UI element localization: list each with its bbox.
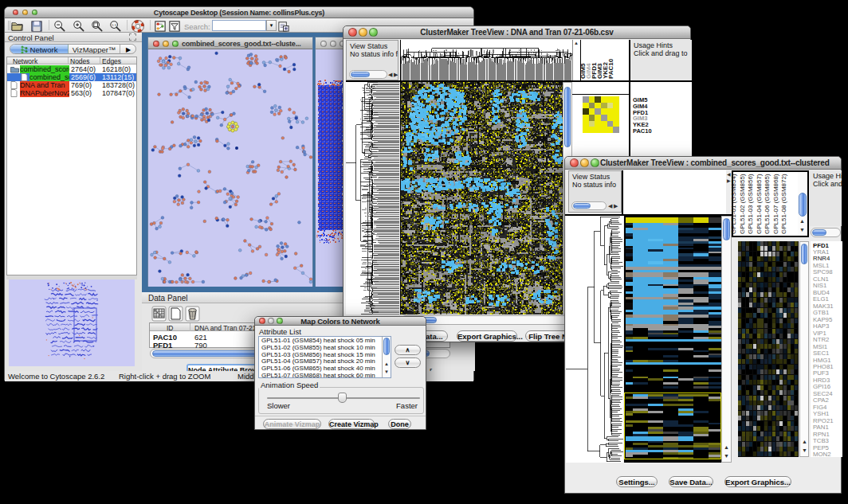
svg-text:1:1: 1:1 (112, 23, 117, 27)
